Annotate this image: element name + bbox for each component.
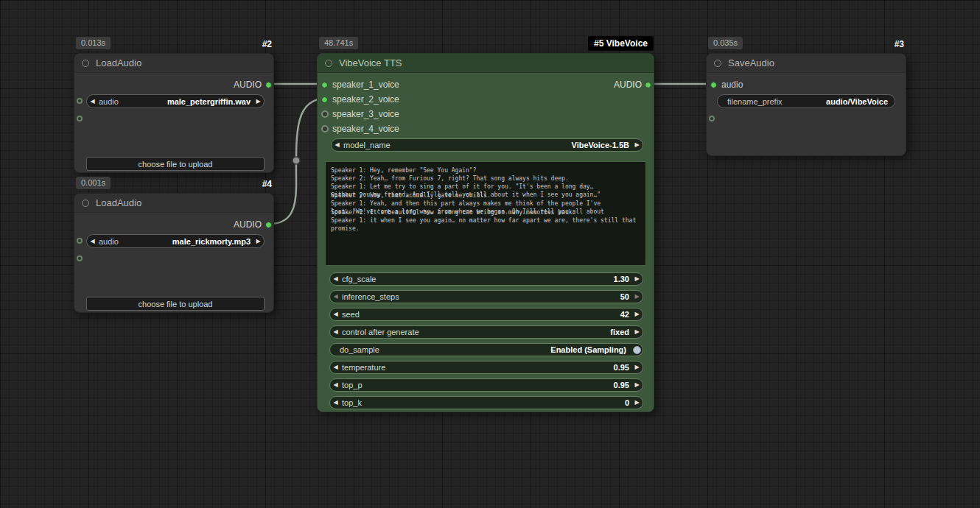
text-line: Speaker 1: Yeah, and then this part alwa… bbox=[331, 200, 640, 208]
do-sample-toggle[interactable]: do_sample Enabled (Sampling) bbox=[329, 343, 643, 356]
next-value-arrow[interactable]: ▶ bbox=[253, 99, 264, 105]
temperature-widget[interactable]: ◀ temperature 0.95 ▶ bbox=[329, 361, 643, 374]
prev-value-arrow[interactable]: ◀ bbox=[332, 142, 343, 148]
speaker-1-voice-port[interactable] bbox=[321, 82, 328, 88]
top-k-widget[interactable]: ◀ top_k 0 ▶ bbox=[329, 396, 643, 409]
model-name-widget[interactable]: ◀ model_name VibeVoice-1.5B ▶ bbox=[331, 138, 643, 152]
timing-badge: 48.741s bbox=[319, 37, 358, 49]
next-value-arrow[interactable]: ▶ bbox=[631, 142, 643, 148]
text-line: Speaker 1: Hey, remember "See You Again"… bbox=[331, 166, 640, 174]
node-saveaudio-3[interactable]: 0.035s #3 SaveAudio audio filename_prefi… bbox=[706, 53, 906, 156]
widget-value: 0 bbox=[625, 398, 629, 407]
widget-value: audio/VibeVoice bbox=[826, 97, 888, 106]
input-port[interactable] bbox=[77, 255, 83, 261]
audio-input-port[interactable] bbox=[710, 82, 717, 88]
timing-badge: 0.035s bbox=[708, 37, 743, 49]
node-header[interactable]: VibeVoice TTS bbox=[318, 54, 654, 73]
reroute-dot[interactable] bbox=[293, 157, 300, 164]
decrement-arrow[interactable]: ◀ bbox=[330, 311, 341, 317]
audio-output-port[interactable] bbox=[645, 82, 651, 88]
speaker-4-voice-label: speaker_4_voice bbox=[332, 123, 399, 135]
increment-arrow[interactable]: ▶ bbox=[631, 364, 643, 370]
top-p-widget[interactable]: ◀ top_p 0.95 ▶ bbox=[329, 378, 643, 392]
widget-label: model_name bbox=[343, 141, 391, 149]
collapse-dot[interactable] bbox=[82, 200, 89, 207]
choose-file-button[interactable]: choose file to upload bbox=[86, 297, 265, 311]
decrement-arrow[interactable]: ◀ bbox=[330, 329, 341, 335]
speaker-2-voice-label: speaker_2_voice bbox=[332, 94, 399, 105]
widget-label: control after generate bbox=[342, 328, 419, 336]
node-header[interactable]: LoadAudio bbox=[74, 54, 273, 73]
seed-widget[interactable]: ◀ seed 42 ▶ bbox=[329, 308, 643, 321]
widget-value: 1.30 bbox=[614, 275, 629, 283]
audio-output-port[interactable] bbox=[265, 82, 272, 88]
filename-prefix-input-port[interactable] bbox=[709, 116, 715, 121]
decrement-arrow[interactable]: ◀ bbox=[330, 364, 341, 370]
widget-value: 50 bbox=[620, 292, 629, 301]
node-id-badge: #5 VibeVoice bbox=[588, 36, 654, 51]
collapse-dot[interactable] bbox=[714, 60, 721, 67]
audio-combo-widget[interactable]: ◀ audio male_rickmorty.mp3 ▶ bbox=[86, 234, 265, 248]
choose-file-button[interactable]: choose file to upload bbox=[86, 157, 265, 171]
cfg-scale-widget[interactable]: ◀ cfg_scale 1.30 ▶ bbox=[329, 272, 643, 286]
node-vibevoice-tts[interactable]: 48.741s #5 VibeVoice VibeVoice TTS speak… bbox=[317, 53, 654, 412]
control-after-generate-widget[interactable]: ◀ control after generate fixed ▶ bbox=[329, 325, 643, 339]
toggle-knob[interactable] bbox=[633, 346, 641, 354]
widget-label: top_p bbox=[342, 381, 363, 389]
node-graph-canvas[interactable]: 0.013s #2 LoadAudio AUDIO ◀ audio male_p… bbox=[0, 0, 980, 508]
node-header[interactable]: SaveAudio bbox=[707, 54, 906, 73]
prev-value-arrow[interactable]: ◀ bbox=[87, 99, 98, 105]
audio-widget-input-port[interactable] bbox=[77, 238, 83, 244]
widget-label: inference_steps bbox=[342, 292, 399, 301]
timing-badge: 0.013s bbox=[76, 37, 111, 49]
collapse-dot[interactable] bbox=[82, 60, 89, 67]
node-id-badge: #3 bbox=[895, 39, 904, 49]
input-port[interactable] bbox=[77, 116, 83, 121]
prev-value-arrow[interactable]: ◀ bbox=[87, 239, 98, 244]
node-loadaudio-4[interactable]: 0.001s #4 LoadAudio AUDIO ◀ audio male_r… bbox=[74, 193, 274, 313]
timing-badge: 0.001s bbox=[76, 177, 111, 189]
widget-label: do_sample bbox=[340, 345, 379, 354]
increment-arrow[interactable]: ▶ bbox=[631, 382, 643, 388]
script-text-area[interactable]: Speaker 1: Hey, remember "See You Again"… bbox=[325, 161, 646, 266]
audio-widget-input-port[interactable] bbox=[77, 98, 83, 104]
widget-label: filename_prefix bbox=[727, 97, 783, 106]
audio-input-label: audio bbox=[721, 79, 743, 91]
node-title: LoadAudio bbox=[96, 197, 141, 208]
increment-arrow[interactable]: ▶ bbox=[631, 276, 643, 282]
increment-arrow[interactable]: ▶ bbox=[631, 329, 643, 335]
filename-prefix-widget[interactable]: filename_prefix audio/VibeVoice bbox=[717, 94, 895, 108]
text-line: Speaker 1: Let me try to sing a part of … bbox=[331, 183, 640, 191]
text-line: Speaker 2: Yeah… from Furious 7, right? … bbox=[331, 174, 640, 183]
increment-arrow[interactable]: ▶ bbox=[631, 294, 643, 300]
audio-combo-widget[interactable]: ◀ audio male_petergriffin.wav ▶ bbox=[86, 94, 265, 108]
speaker-1-voice-label: speaker_1_voice bbox=[332, 79, 399, 91]
speaker-3-voice-label: speaker_3_voice bbox=[332, 108, 399, 120]
decrement-arrow[interactable]: ◀ bbox=[330, 382, 341, 388]
increment-arrow[interactable]: ▶ bbox=[631, 400, 643, 406]
node-title: LoadAudio bbox=[96, 57, 141, 68]
increment-arrow[interactable]: ▶ bbox=[631, 311, 643, 317]
next-value-arrow[interactable]: ▶ bbox=[253, 239, 264, 244]
decrement-arrow[interactable]: ◀ bbox=[330, 400, 341, 406]
widget-value: 0.95 bbox=[614, 381, 629, 389]
node-header[interactable]: LoadAudio bbox=[74, 194, 273, 213]
collapse-dot[interactable] bbox=[325, 60, 332, 67]
audio-output-port[interactable] bbox=[265, 222, 272, 228]
widget-label: temperature bbox=[342, 363, 385, 372]
node-title: SaveAudio bbox=[728, 57, 774, 68]
speaker-4-voice-port[interactable] bbox=[321, 125, 329, 133]
decrement-arrow[interactable]: ◀ bbox=[330, 294, 341, 300]
audio-output-label: AUDIO bbox=[234, 79, 262, 91]
speaker-3-voice-port[interactable] bbox=[321, 110, 329, 118]
node-loadaudio-2[interactable]: 0.013s #2 LoadAudio AUDIO ◀ audio male_p… bbox=[74, 53, 274, 173]
text-line: promise. bbox=[331, 225, 640, 233]
widget-value: Enabled (Sampling) bbox=[550, 345, 626, 354]
inference-steps-widget[interactable]: ◀ inference_steps 50 ▶ bbox=[329, 290, 643, 303]
decrement-arrow[interactable]: ◀ bbox=[330, 276, 341, 282]
widget-value: male_rickmorty.mp3 bbox=[172, 237, 251, 246]
widget-label: audio bbox=[99, 97, 119, 106]
speaker-2-voice-port[interactable] bbox=[321, 96, 328, 103]
widget-label: top_k bbox=[342, 398, 362, 407]
widget-label: cfg_scale bbox=[342, 275, 376, 283]
